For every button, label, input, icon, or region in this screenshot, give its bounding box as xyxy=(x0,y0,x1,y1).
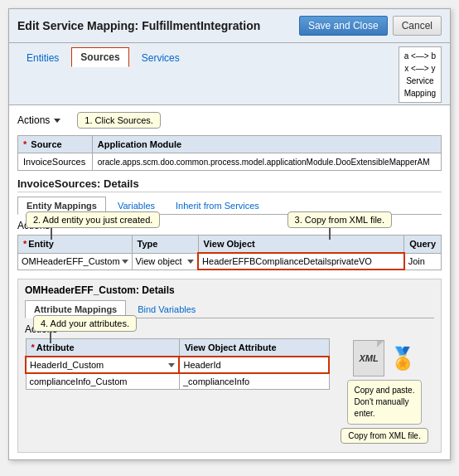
legend-box: a <—> b x <—> y ServiceMapping xyxy=(399,46,442,103)
xml-tip-area: XML 🏅 Copy and paste. Don't manually ent… xyxy=(335,323,434,444)
tab-entities[interactable]: Entities xyxy=(17,48,68,67)
viewobj-attr-value-2: _complianceInfo xyxy=(179,373,329,390)
attr-actions-area: Actions 4. Add your attributes. xyxy=(25,323,434,444)
viewobj-value-cell[interactable]: HeaderEFFBComplianceDetailsprivateVO xyxy=(198,253,404,270)
main-tabs: Entities Sources Services xyxy=(17,46,399,66)
step4-callout-wrapper: 4. Add your attributes. xyxy=(33,315,137,343)
entity-value-cell: OMHeaderEFF_Custom xyxy=(18,253,133,270)
header-buttons: Save and Close Cancel xyxy=(299,16,442,36)
app-module-value: oracle.apps.scm.doo.common.process.model… xyxy=(92,153,441,171)
source-row: InvoiceSources oracle.apps.scm.doo.commo… xyxy=(18,153,442,171)
actions-row: Actions 1. Click Sources. xyxy=(17,112,442,129)
type-select[interactable]: View object xyxy=(136,256,195,266)
source-table: * Source Application Module InvoiceSourc… xyxy=(17,135,442,171)
query-col-header: Query xyxy=(404,236,442,254)
attr-table: *Attribute View Object Attribute Head xyxy=(25,338,330,390)
fold-icon xyxy=(377,341,384,347)
attr-value-1[interactable]: HeaderId_Custom xyxy=(26,357,179,373)
custom-details-heading: OMHeaderEFF_Custom: Details xyxy=(25,284,434,296)
inner-tab-bind-vars[interactable]: Bind Variables xyxy=(128,300,205,318)
step4-callout: 4. Add your attributes. xyxy=(33,315,137,332)
viewobj-attr-col-header: View Object Attribute xyxy=(179,339,329,357)
attr-left-area: Actions 4. Add your attributes. xyxy=(25,323,330,390)
attr1-select-wrapper: HeaderId_Custom xyxy=(30,360,175,370)
entity-table-wrapper: *Entity Type View Object Query OMHeaderE… xyxy=(17,235,442,270)
xml-document-icon: XML xyxy=(353,340,384,376)
page-title: Edit Service Mapping: FulfillmentIntegra… xyxy=(17,19,260,32)
app-module-header: Application Module xyxy=(92,136,441,153)
entity-table: *Entity Type View Object Query OMHeaderE… xyxy=(17,235,442,270)
legend-line2: x <—> y xyxy=(404,62,436,75)
copy-tip-box: Copy and paste. Don't manually enter. xyxy=(347,380,423,425)
query-value-cell: Join xyxy=(404,253,442,270)
details-heading: InvoiceSources: Details xyxy=(17,177,442,192)
step2-callout: 2. Add entity you just created. xyxy=(26,211,160,228)
step3-callout-wrapper: 3. Copy from XML file. xyxy=(287,211,392,240)
type-value-cell: View object xyxy=(132,253,198,270)
attr-row-2: complianceInfo_Custom _complianceInfo xyxy=(26,373,329,390)
copy-tip-line1: Copy and paste. xyxy=(355,385,415,396)
step2-callout-wrapper: 2. Add entity you just created. xyxy=(26,211,160,240)
type-select-arrow-icon[interactable] xyxy=(187,260,194,264)
entity-data-row: OMHeaderEFF_Custom View object HeaderEF xyxy=(18,253,442,270)
save-close-button[interactable]: Save and Close xyxy=(299,16,388,36)
entity-select[interactable]: OMHeaderEFF_Custom xyxy=(22,256,128,266)
actions-label: Actions xyxy=(17,114,50,126)
step3-arrow-line xyxy=(329,228,331,240)
xml-icon-award-row: XML 🏅 xyxy=(353,340,416,376)
custom-details-section: OMHeaderEFF_Custom: Details Attribute Ma… xyxy=(17,279,442,453)
step2-arrow-line xyxy=(51,228,52,240)
body-wrapper: Actions 1. Click Sources. * Source Appli… xyxy=(9,105,450,459)
viewobj-attr-value-1: HeaderId xyxy=(179,357,329,373)
attr-value-2: complianceInfo_Custom xyxy=(26,373,179,390)
legend-label: ServiceMapping xyxy=(404,75,436,100)
step1-callout: 1. Click Sources. xyxy=(77,112,161,129)
entity-select-arrow-icon[interactable] xyxy=(122,260,128,264)
tab-services[interactable]: Services xyxy=(133,48,189,67)
tab-sources[interactable]: Sources xyxy=(71,47,128,67)
attr-row-1: HeaderId_Custom HeaderId xyxy=(26,357,329,373)
legend-line1: a <—> b xyxy=(404,50,436,62)
step3-callout: 3. Copy from XML file. xyxy=(287,211,392,228)
step4-arrow-line xyxy=(50,332,51,343)
copy-tip-line2: Don't manually xyxy=(355,396,415,408)
attr1-select-arrow-icon[interactable] xyxy=(168,363,175,367)
copy-from-xml-callout: Copy from XML file. xyxy=(341,428,428,444)
source-header: * Source xyxy=(18,136,93,153)
award-medal-icon: 🏅 xyxy=(389,346,416,372)
main-container: Edit Service Mapping: FulfillmentIntegra… xyxy=(8,8,451,460)
copy-tip-line3: enter. xyxy=(355,408,415,420)
page-header: Edit Service Mapping: FulfillmentIntegra… xyxy=(9,9,450,43)
attr-table-wrapper: 4. Add your attributes. *Attribute View … xyxy=(25,338,330,390)
required-star: * xyxy=(23,139,27,149)
cancel-button[interactable]: Cancel xyxy=(393,16,442,36)
actions-dropdown[interactable] xyxy=(51,119,60,123)
source-name: InvoiceSources xyxy=(18,153,93,171)
dropdown-arrow-icon xyxy=(54,119,60,123)
inner-tab-inherit[interactable]: Inherit from Services xyxy=(167,197,268,215)
